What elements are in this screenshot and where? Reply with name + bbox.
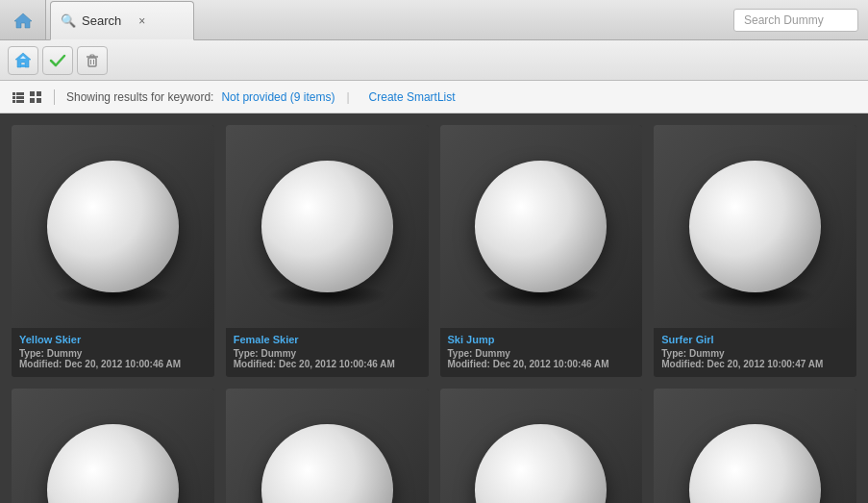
card-thumbnail bbox=[226, 125, 429, 328]
card-info: Ski JumpType: DummyModified: Dec 20, 201… bbox=[440, 328, 643, 377]
svg-rect-16 bbox=[37, 91, 41, 96]
card-info: Female SkierType: DummyModified: Dec 20,… bbox=[226, 328, 429, 377]
grid-item[interactable] bbox=[226, 389, 429, 503]
main-content[interactable]: Yellow SkierType: DummyModified: Dec 20,… bbox=[0, 113, 868, 503]
card-type: Type: Dummy bbox=[19, 348, 207, 359]
card-thumbnail bbox=[440, 125, 643, 328]
trash-icon bbox=[84, 52, 101, 69]
card-type: Type: Dummy bbox=[234, 348, 421, 359]
card-title: Yellow Skier bbox=[19, 334, 207, 345]
card-title: Female Skier bbox=[234, 334, 421, 345]
sphere-shape bbox=[689, 161, 821, 292]
svg-rect-15 bbox=[30, 91, 35, 96]
svg-rect-14 bbox=[16, 100, 24, 103]
sphere-shape bbox=[475, 424, 607, 503]
card-modified: Modified: Dec 20, 2012 10:00:47 AM bbox=[661, 359, 849, 369]
tab-bar: 🔍 Search × Search Dummy bbox=[0, 0, 868, 40]
svg-rect-10 bbox=[12, 96, 15, 99]
sphere-shape bbox=[261, 424, 393, 503]
toolbar bbox=[0, 40, 868, 81]
sphere-shape bbox=[475, 161, 607, 292]
home-tab[interactable] bbox=[0, 0, 46, 39]
search-tab[interactable]: 🔍 Search × bbox=[50, 1, 194, 40]
grid-item[interactable]: Female SkierType: DummyModified: Dec 20,… bbox=[226, 125, 429, 377]
svg-rect-12 bbox=[16, 92, 24, 95]
card-thumbnail bbox=[226, 389, 429, 503]
svg-rect-6 bbox=[90, 55, 94, 57]
card-modified: Modified: Dec 20, 2012 10:00:46 AM bbox=[234, 359, 421, 369]
grid-item[interactable] bbox=[654, 389, 856, 503]
card-thumbnail bbox=[654, 125, 856, 328]
check-icon bbox=[49, 52, 66, 69]
grid-item[interactable] bbox=[440, 389, 643, 503]
add-button[interactable] bbox=[8, 46, 38, 75]
tab-close-button[interactable]: × bbox=[135, 13, 149, 30]
sphere-shape bbox=[47, 424, 179, 503]
svg-rect-2 bbox=[21, 64, 25, 67]
status-bar: Showing results for keyword: Not provide… bbox=[0, 81, 868, 113]
svg-marker-0 bbox=[14, 13, 32, 28]
card-modified: Modified: Dec 20, 2012 10:00:46 AM bbox=[19, 359, 207, 369]
sphere-shape bbox=[689, 424, 821, 503]
card-type: Type: Dummy bbox=[448, 348, 635, 359]
svg-rect-4 bbox=[88, 58, 96, 66]
delete-button[interactable] bbox=[77, 46, 108, 75]
keyword-text: Not provided (9 items) bbox=[221, 90, 335, 104]
card-thumbnail bbox=[440, 389, 643, 503]
card-info: Surfer GirlType: DummyModified: Dec 20, … bbox=[654, 328, 856, 377]
home-icon bbox=[13, 12, 33, 29]
svg-rect-9 bbox=[12, 92, 15, 95]
sphere-shape bbox=[47, 161, 179, 292]
svg-rect-13 bbox=[16, 96, 24, 99]
card-title: Ski Jump bbox=[448, 334, 635, 345]
card-info: Yellow SkierType: DummyModified: Dec 20,… bbox=[12, 328, 214, 377]
main-wrapper: Yellow SkierType: DummyModified: Dec 20,… bbox=[0, 113, 868, 503]
grid-item[interactable]: Ski JumpType: DummyModified: Dec 20, 201… bbox=[440, 125, 643, 377]
sphere-shape bbox=[261, 161, 393, 292]
svg-rect-11 bbox=[12, 100, 15, 103]
status-divider bbox=[54, 89, 55, 105]
card-modified: Modified: Dec 20, 2012 10:00:46 AM bbox=[448, 359, 635, 369]
card-thumbnail bbox=[654, 389, 856, 503]
search-dummy-input[interactable]: Search Dummy bbox=[733, 9, 858, 32]
card-type: Type: Dummy bbox=[661, 348, 849, 359]
list-view-icon[interactable] bbox=[12, 90, 25, 104]
create-smartlist-link[interactable]: Create SmartList bbox=[369, 90, 456, 104]
view-icons bbox=[12, 90, 42, 104]
card-thumbnail bbox=[12, 389, 214, 503]
grid-item[interactable]: Surfer GirlType: DummyModified: Dec 20, … bbox=[654, 125, 856, 377]
grid-item[interactable]: Yellow SkierType: DummyModified: Dec 20,… bbox=[12, 125, 214, 377]
tab-label: Search bbox=[82, 13, 121, 28]
card-title: Surfer Girl bbox=[661, 334, 849, 345]
grid-view-icon[interactable] bbox=[29, 90, 42, 104]
card-thumbnail bbox=[12, 125, 214, 328]
svg-rect-17 bbox=[30, 98, 35, 103]
showing-text: Showing results for keyword: bbox=[66, 90, 213, 104]
svg-rect-18 bbox=[37, 98, 41, 103]
results-grid: Yellow SkierType: DummyModified: Dec 20,… bbox=[12, 125, 856, 503]
add-icon bbox=[14, 52, 32, 69]
search-dummy-placeholder: Search Dummy bbox=[744, 13, 824, 27]
grid-item[interactable] bbox=[12, 389, 214, 503]
search-icon: 🔍 bbox=[61, 13, 76, 28]
approve-button[interactable] bbox=[42, 46, 73, 75]
